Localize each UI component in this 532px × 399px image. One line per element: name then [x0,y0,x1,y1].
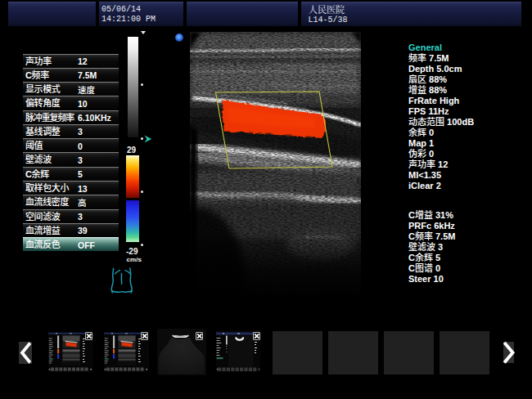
info-param: PRFc 6kHz [408,221,455,231]
control-row-value: 12 [78,55,88,68]
info-panel: General 频率 7.5MDepth 5.0cm扇区 88%增益 88%Fr… [408,43,474,191]
control-row-0[interactable]: 声功率12 [23,54,119,68]
date-text: 05/06/14 [101,5,141,14]
control-row-label: 空间滤波 [25,210,60,223]
control-row-value: 0 [78,140,83,153]
control-row-12[interactable]: 血流增益39 [23,223,119,237]
info-param: C余辉 5 [408,253,455,263]
control-row-5[interactable]: 基线调整3 [23,124,119,138]
control-row-value: 3 [78,125,83,138]
info-param: iClear 2 [408,181,474,191]
control-row-6[interactable]: 阈值0 [23,138,119,152]
topbar-segment-hospital: 人民医院 L14-5/38 [301,2,521,26]
colorbar-negative [126,200,139,242]
info-param: C图谱 0 [408,263,455,274]
thumbnail-close-button-0[interactable] [85,332,93,340]
info-param: 伪彩 0 [408,149,474,159]
ultrasound-screen: { "top_bar": { "date": "05/06/14", "time… [0,0,532,399]
info-param: FPS 11Hz [408,106,474,117]
topbar-segment-left [8,2,96,26]
control-row-value: 5 [78,168,83,181]
body-mark-icon[interactable] [109,267,136,297]
control-row-label: 显示模式 [25,83,60,96]
control-row-value: 3 [78,210,83,223]
grayscale-bar [128,37,138,137]
thumbnail-close-button-2[interactable] [196,332,204,340]
scale-dot [141,83,143,86]
control-row-13[interactable]: 血流反色OFF [23,237,119,251]
control-row-value: 10 [78,97,88,110]
info-param: 动态范围 100dB [408,117,474,128]
info-param: 壁滤波 3 [408,242,455,253]
velocity-max-label: 29 [127,146,136,155]
control-row-4[interactable]: 脉冲重复频率6.10KHz [23,110,119,124]
time-text: 14:21:00 PM [101,15,156,24]
scale-dot [141,191,143,193]
info-section-title: General [408,43,474,53]
filmstrip-next-box[interactable] [503,342,514,363]
control-row-value: 7.5M [78,69,97,82]
info-color-params: C增益 31%PRFc 6kHzC频率 7.5M壁滤波 3C余辉 5C图谱 0S… [408,210,455,285]
baseline-arrow-icon [144,135,152,143]
graymap-marker-icon [141,31,146,34]
info-general-params: 频率 7.5MDepth 5.0cm扇区 88%增益 88%FrRate Hig… [408,53,474,191]
control-row-value: OFF [78,239,95,252]
control-row-value: 速度 [78,83,95,96]
hospital-name: 人民医院 [309,2,345,16]
thumbnail-close-button-3[interactable] [253,332,261,340]
info-param: FrRate High [408,96,474,106]
info-param: 频率 7.5M [408,53,474,64]
control-row-label: 基线调整 [25,125,60,138]
thumbnail-slot-empty-4 [273,331,322,374]
control-row-value: 13 [78,182,88,195]
control-row-label: C频率 [25,69,49,82]
control-row-10[interactable]: 血流线密度高 [23,195,119,208]
info-param: 余辉 0 [408,128,474,138]
prev-arrow-icon [19,342,32,364]
info-param: C频率 7.5M [408,231,455,242]
info-param: Map 1 [408,138,474,149]
control-row-label: 血流线密度 [25,195,69,208]
control-row-label: 偏转角度 [25,96,60,110]
control-row-8[interactable]: C余辉5 [23,167,119,181]
control-row-2[interactable]: 显示模式速度 [23,82,119,96]
control-row-3[interactable]: 偏转角度10 [23,96,119,110]
control-row-label: 脉冲重复频率 [25,111,74,124]
control-row-7[interactable]: 壁滤波3 [23,152,119,166]
topbar-segment-middle [187,2,298,26]
control-row-value: 高 [78,196,87,209]
info-param: C增益 31% [408,210,455,221]
info-param: 增益 88% [408,85,474,96]
info-param: 声功率 12 [408,159,474,170]
info-param: Depth 5.0cm [408,64,474,74]
info-param: 扇区 88% [408,74,474,85]
control-row-1[interactable]: C频率7.5M [23,68,119,82]
cursor-indicator-dot [175,34,183,42]
colorbar-positive [126,155,139,198]
velocity-min-label: -29 [126,247,138,256]
control-row-label: 阈值 [25,139,43,152]
scale-dot [141,244,143,246]
control-row-value: 39 [78,224,88,237]
velocity-unit-label: cm/s [127,256,142,263]
thumbnail-slot-empty-6 [384,331,434,374]
control-row-value: 6.10KHz [78,111,111,124]
control-row-value: 3 [78,154,83,167]
control-row-label: 壁滤波 [25,153,52,166]
next-arrow-icon [503,342,514,363]
control-row-11[interactable]: 空间滤波3 [23,209,119,223]
thumbnail-slot-empty-5 [328,331,378,374]
info-param: Steer 10 [408,274,455,285]
thumbnail-slot-empty-7 [440,331,489,374]
control-row-label: 血流增益 [25,224,60,237]
topbar-segment-datetime: 05/06/14 14:21:00 PM [99,2,183,26]
ultrasound-image[interactable] [190,29,361,298]
info-param: MI<1.35 [408,170,474,181]
filmstrip-prev-box[interactable] [19,342,32,364]
control-row-9[interactable]: 取样包大小13 [23,181,119,195]
control-row-label: 取样包大小 [25,182,69,195]
control-row-label: C余辉 [25,168,49,181]
probe-model: L14-5/38 [309,16,348,25]
control-row-label: 血流反色 [25,238,60,251]
thumbnail-close-button-1[interactable] [141,332,149,340]
